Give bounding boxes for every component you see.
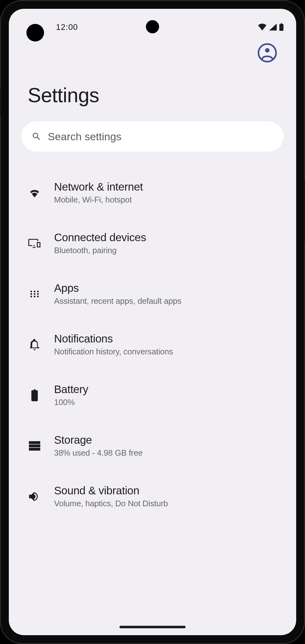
item-title: Network & internet	[54, 180, 143, 193]
signal-status-icon	[269, 24, 277, 31]
item-subtitle: Bluetooth, pairing	[54, 246, 146, 255]
item-title: Apps	[54, 282, 181, 294]
settings-item-battery[interactable]: Battery 100%	[21, 370, 284, 420]
item-subtitle: 38% used - 4.98 GB free	[54, 448, 143, 458]
item-subtitle: Assistant, recent apps, default apps	[54, 296, 181, 306]
item-subtitle: Mobile, Wi-Fi, hotspot	[54, 195, 143, 205]
header: Settings	[9, 36, 296, 107]
settings-item-connected-devices[interactable]: Connected devices Bluetooth, pairing	[21, 218, 284, 269]
camera-notch	[146, 20, 159, 33]
svg-point-0	[258, 44, 276, 62]
item-subtitle: Notification history, conversations	[54, 347, 173, 357]
navigation-bar-handle[interactable]	[119, 626, 186, 628]
settings-item-sound[interactable]: Sound & vibration Volume, haptics, Do No…	[21, 471, 284, 522]
item-title: Sound & vibration	[54, 484, 168, 497]
profile-icon	[257, 43, 277, 63]
item-subtitle: 100%	[54, 397, 88, 407]
settings-list: Network & internet Mobile, Wi-Fi, hotspo…	[9, 152, 296, 522]
item-title: Connected devices	[54, 231, 146, 244]
wifi-icon	[28, 186, 42, 200]
settings-item-notifications[interactable]: Notifications Notification history, conv…	[21, 319, 284, 370]
item-subtitle: Volume, haptics, Do Not Disturb	[54, 499, 168, 508]
settings-item-apps[interactable]: Apps Assistant, recent apps, default app…	[21, 269, 284, 319]
wifi-status-icon	[258, 24, 267, 31]
svg-point-1	[265, 48, 269, 53]
item-title: Notifications	[54, 332, 173, 345]
item-title: Battery	[54, 383, 88, 396]
item-title: Storage	[54, 434, 143, 446]
corner-indicator	[26, 24, 44, 42]
status-time: 12:00	[56, 22, 78, 32]
search-bar[interactable]	[21, 121, 284, 152]
volume-icon	[28, 490, 42, 503]
battery-status-icon	[279, 23, 284, 31]
settings-item-storage[interactable]: Storage 38% used - 4.98 GB free	[21, 420, 284, 471]
device-frame: 12:00 Settings	[0, 0, 305, 644]
storage-icon	[28, 439, 42, 453]
devices-icon	[28, 236, 42, 250]
status-icons	[258, 23, 284, 31]
bell-icon	[28, 338, 42, 352]
search-icon	[31, 131, 42, 142]
apps-icon	[28, 287, 42, 301]
search-input[interactable]	[48, 130, 274, 143]
page-title: Settings	[28, 84, 277, 107]
profile-button[interactable]	[257, 43, 277, 63]
battery-icon	[28, 388, 42, 402]
screen: 12:00 Settings	[9, 9, 296, 635]
settings-item-network[interactable]: Network & internet Mobile, Wi-Fi, hotspo…	[21, 167, 284, 218]
